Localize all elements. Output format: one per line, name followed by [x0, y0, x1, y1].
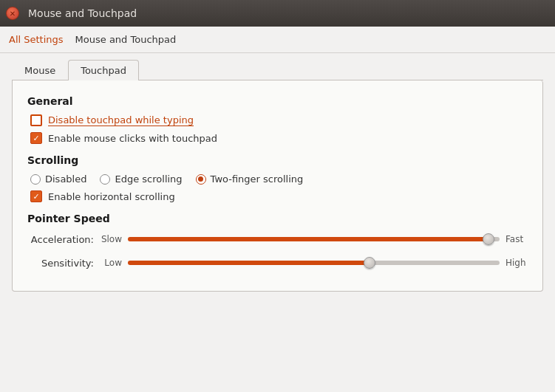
sensitivity-row: Sensitivity: Low High: [27, 255, 528, 270]
acceleration-slider-wrapper[interactable]: [128, 232, 500, 247]
horizontal-scroll-label: Enable horizontal scrolling: [48, 191, 175, 202]
enable-mouse-clicks-row: Enable mouse clicks with touchpad: [27, 132, 528, 144]
radio-disabled-label: Disabled: [45, 173, 86, 185]
all-settings-link[interactable]: All Settings: [9, 34, 64, 45]
main-window: Mouse and Touchpad All Settings Mouse an…: [0, 0, 555, 392]
tab-touchpad[interactable]: Touchpad: [68, 60, 139, 80]
disable-touchpad-checkbox[interactable]: [30, 114, 42, 126]
radio-disabled[interactable]: Disabled: [30, 173, 86, 185]
radio-edge-circle: [100, 174, 110, 185]
titlebar: Mouse and Touchpad: [0, 0, 555, 27]
acceleration-min: Slow: [100, 234, 122, 244]
sensitivity-label: Sensitivity:: [27, 258, 94, 269]
content-area: Mouse Touchpad General Disable touchpad …: [0, 53, 555, 392]
acceleration-row: Acceleration: Slow Fast: [27, 232, 528, 247]
radio-edge[interactable]: Edge scrolling: [100, 173, 182, 185]
close-button[interactable]: [6, 7, 19, 20]
general-title: General: [27, 95, 528, 107]
radio-two-finger[interactable]: Two-finger scrolling: [196, 173, 304, 185]
acceleration-label: Acceleration:: [27, 234, 94, 245]
acceleration-max: Fast: [505, 234, 528, 244]
navbar: All Settings Mouse and Touchpad: [0, 27, 555, 53]
sensitivity-min: Low: [100, 258, 122, 268]
sensitivity-track: [128, 261, 500, 265]
radio-disabled-circle: [30, 174, 41, 185]
sensitivity-slider-wrapper[interactable]: [128, 255, 500, 270]
disable-touchpad-label: Disable touchpad while typing: [48, 114, 194, 126]
window-title: Mouse and Touchpad: [28, 7, 137, 19]
acceleration-thumb[interactable]: [483, 233, 494, 245]
acceleration-track: [128, 237, 500, 241]
tab-bar: Mouse Touchpad: [12, 59, 543, 80]
scrolling-radio-row: Disabled Edge scrolling Two-finger scrol…: [27, 173, 528, 185]
scrolling-title: Scrolling: [27, 154, 528, 166]
nav-current: Mouse and Touchpad: [75, 34, 177, 45]
horizontal-scroll-row: Enable horizontal scrolling: [27, 190, 528, 202]
horizontal-scroll-checkbox[interactable]: [30, 190, 42, 202]
radio-edge-label: Edge scrolling: [115, 173, 182, 185]
sensitivity-thumb[interactable]: [364, 257, 375, 269]
sensitivity-max: High: [505, 258, 528, 268]
enable-mouse-clicks-label: Enable mouse clicks with touchpad: [48, 133, 217, 144]
tab-mouse[interactable]: Mouse: [12, 60, 68, 80]
pointer-speed-title: Pointer Speed: [27, 213, 528, 224]
disable-touchpad-row: Disable touchpad while typing: [27, 114, 528, 126]
enable-mouse-clicks-checkbox[interactable]: [30, 132, 42, 144]
radio-two-finger-circle: [196, 174, 206, 185]
touchpad-panel: General Disable touchpad while typing En…: [12, 80, 543, 292]
radio-two-finger-label: Two-finger scrolling: [211, 173, 304, 185]
